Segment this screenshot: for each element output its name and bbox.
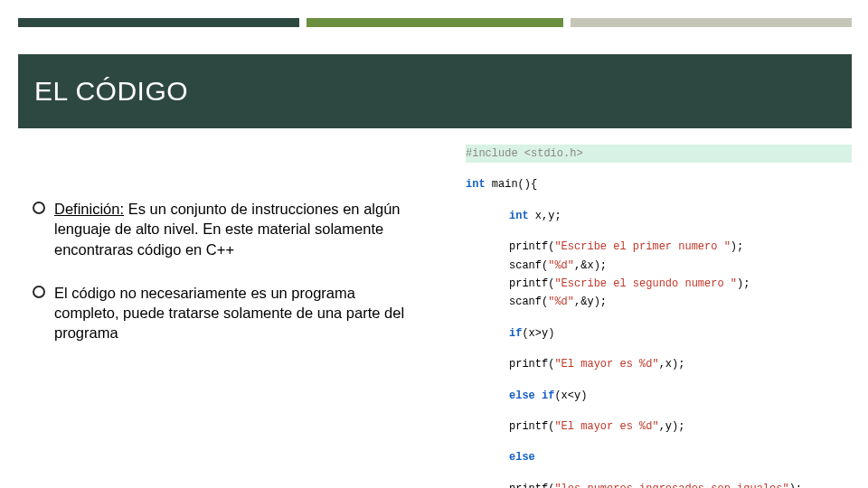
deco-gap: [563, 18, 571, 27]
code-line-include: #include <stdio.h>: [466, 145, 852, 163]
bullet-list: Definición: Es un conjunto de instruccio…: [33, 199, 421, 367]
kw-int: int: [466, 178, 486, 191]
blank-line: [466, 405, 852, 418]
code-line-printf4: printf("El mayor es %d",y);: [466, 418, 852, 436]
str-lit: "%d": [548, 296, 574, 308]
code-line-if: if(x>y): [466, 324, 852, 343]
fn-printf: printf: [509, 277, 548, 290]
bullet-label: Definición:: [54, 201, 124, 217]
arg-x: ,x);: [659, 358, 685, 371]
kw-else: else: [509, 451, 535, 464]
title-band: EL CÓDIGO: [18, 54, 852, 128]
kw-if: if: [542, 389, 554, 402]
code-line-decl: int x,y;: [466, 207, 852, 225]
str-lit: "El mayor es %d": [554, 420, 658, 433]
fn-printf: printf: [509, 483, 548, 488]
decl-vars: x,y;: [535, 210, 561, 222]
kw-else: else: [509, 389, 535, 402]
bullet-body: El código no necesariamente es un progra…: [54, 285, 404, 342]
bullet-icon: [33, 286, 45, 298]
deco-bar-gray: [571, 18, 852, 27]
str-lit: "Escribe el segundo numero ": [554, 277, 737, 290]
deco-gap: [299, 18, 307, 27]
str-lit: "los numeros ingresados son iguales": [554, 483, 788, 488]
top-decoration: [18, 18, 852, 27]
fn-printf: printf: [509, 240, 548, 253]
slide: EL CÓDIGO Definición: Es un conjunto de …: [0, 0, 868, 488]
fn-printf: printf: [509, 420, 548, 433]
code-line-scanf1: scanf("%d",&x);: [466, 257, 852, 275]
include-lib: <stdio.h>: [524, 147, 583, 160]
code-line-elseif: else if(x<y): [466, 387, 852, 405]
blank-line: [466, 225, 852, 238]
str-lit: "El mayor es %d": [554, 358, 658, 371]
deco-bar-dark: [18, 18, 299, 27]
deco-bar-green: [307, 18, 562, 27]
page-title: EL CÓDIGO: [34, 76, 188, 107]
list-item: Definición: Es un conjunto de instruccio…: [33, 199, 421, 259]
kw-if: if: [509, 327, 522, 340]
code-line-else: else: [466, 448, 852, 466]
code-panel: #include <stdio.h> int main(){ int x,y; …: [466, 145, 852, 479]
blank-line: [466, 163, 852, 175]
str-lit: "%d": [548, 259, 574, 272]
code-line-printf2: printf("Escribe el segundo numero ");: [466, 275, 852, 293]
code-line-main: int main(){: [466, 175, 852, 193]
fn-scanf: scanf: [509, 259, 542, 272]
arg-y: ,y);: [659, 420, 685, 433]
bullet-text: El código no necesariamente es un progra…: [54, 283, 421, 343]
code-line-printf5: printf("los numeros ingresados son igual…: [466, 480, 852, 488]
kw-int: int: [509, 210, 529, 222]
code-line-printf3: printf("El mayor es %d",x);: [466, 355, 852, 373]
fn-printf: printf: [509, 358, 548, 371]
blank-line: [466, 194, 852, 207]
blank-line: [466, 343, 852, 355]
code-line-scanf2: scanf("%d",&y);: [466, 293, 852, 311]
main-sig: main(){: [492, 178, 537, 191]
blank-line: [466, 436, 852, 448]
paren-close: );: [737, 277, 750, 290]
blank-line: [466, 374, 852, 387]
blank-line: [466, 312, 852, 324]
paren-close: );: [731, 240, 743, 253]
cond-xlty: (x<y): [554, 389, 587, 402]
code-line-printf1: printf("Escribe el primer numero ");: [466, 238, 852, 256]
list-item: El código no necesariamente es un progra…: [33, 283, 421, 343]
arg-amp-y: ,&y);: [574, 296, 607, 308]
cond-xy: (x>y): [522, 327, 554, 340]
str-lit: "Escribe el primer numero ": [554, 240, 730, 253]
fn-scanf: scanf: [509, 296, 542, 308]
bullet-icon: [33, 202, 45, 214]
kw-include: #include: [466, 147, 518, 160]
paren-close: );: [789, 483, 802, 488]
bullet-text: Definición: Es un conjunto de instruccio…: [54, 199, 421, 259]
arg-amp-x: ,&x);: [574, 259, 607, 272]
blank-line: [466, 467, 852, 480]
